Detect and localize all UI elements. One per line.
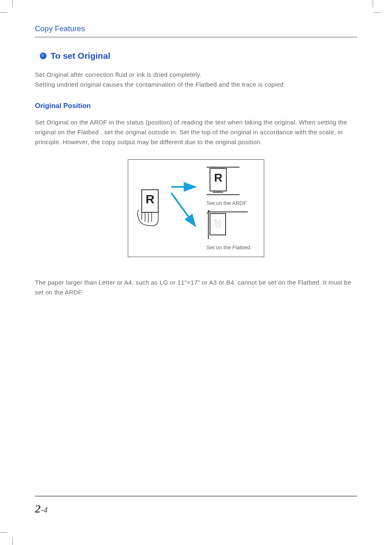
letter-r: R: [145, 192, 154, 206]
section-heading: To set Original: [40, 51, 357, 61]
arrows-icon: [171, 175, 199, 240]
page-sep: -: [41, 505, 44, 514]
subsection-title: Original Position: [35, 102, 357, 110]
bullet-icon: [40, 53, 46, 59]
ardf-icon: R: [207, 166, 244, 197]
page-number: 2-4: [35, 502, 48, 515]
page-subnum: 4: [44, 505, 48, 514]
subsection-note: The paper larger than Letter or A4, such…: [35, 278, 357, 297]
chapter-num: 2: [35, 502, 41, 515]
diagram-arrows: [171, 175, 199, 242]
page-content: Copy Features To set Original Set Origin…: [0, 0, 392, 545]
diagram: R: [128, 159, 265, 257]
ardf-block: R Set on the ARDF: [207, 166, 252, 206]
hand-page-icon: R: [134, 189, 163, 228]
diagram-wrap: R: [35, 159, 357, 257]
svg-text:R: R: [214, 171, 222, 184]
ardf-caption: Set on the ARDF: [207, 200, 252, 206]
title-rule: [35, 37, 357, 38]
svg-line-2: [171, 193, 195, 226]
diagram-left: R: [134, 189, 163, 228]
subsection-body: Set Original on the ARDF in the status (…: [35, 117, 357, 147]
section-intro: Set Original after correction fluid or i…: [35, 70, 357, 90]
footer-rule: [35, 496, 357, 497]
chapter-title: Copy Features: [35, 25, 357, 33]
diagram-right: R Set on the ARDF R Set on the Flatbed.: [207, 166, 252, 251]
flatbed-block: R Set on the Flatbed.: [207, 210, 252, 251]
svg-text:R: R: [214, 218, 221, 229]
flatbed-caption: Set on the Flatbed.: [207, 244, 252, 251]
flatbed-icon: R: [207, 210, 248, 241]
section-title: To set Original: [51, 51, 110, 61]
